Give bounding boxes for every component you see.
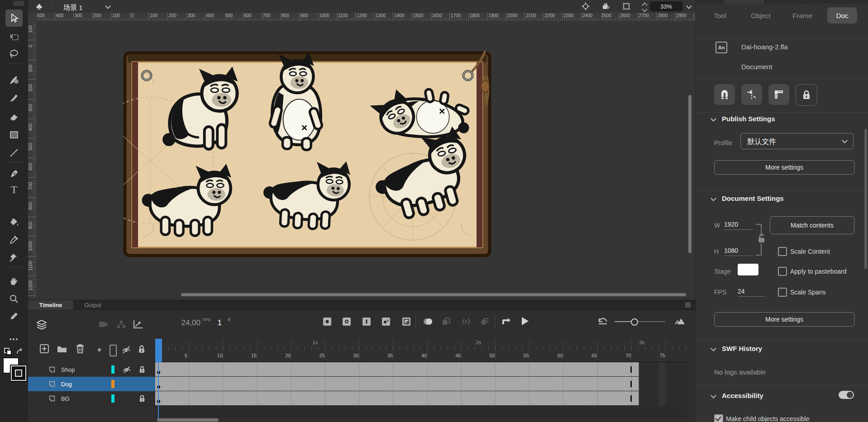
pencil-tool-icon[interactable] [5,308,23,325]
reset-timeline-zoom-icon[interactable] [597,317,608,326]
accessibility-toggle[interactable] [839,391,854,399]
make-child-accessible-checkbox[interactable] [714,414,723,422]
publish-more-settings-button[interactable]: More settings [714,160,854,175]
tab-timeline[interactable]: Timeline [28,300,73,310]
height-field[interactable]: 1080 [724,247,753,256]
tab-tool[interactable]: Tool [706,7,734,24]
outline-column-icon[interactable] [110,345,117,356]
fps-field[interactable]: 24 [738,288,765,297]
zoom-stepper[interactable] [642,2,647,11]
lock-column-icon[interactable] [138,345,145,354]
asset-warp-pin-tool-icon[interactable] [5,249,23,266]
layer-stack-icon[interactable] [36,320,47,330]
document-settings-header[interactable]: Document Settings [711,194,784,202]
layer-row[interactable]: Shop [28,362,155,377]
scale-content-checkbox[interactable] [778,247,787,256]
auto-keyframe-icon[interactable]: A [382,318,390,326]
layer-parenting-icon[interactable] [117,321,125,328]
paint-bucket-tool-icon[interactable] [5,213,23,231]
remove-frames-icon[interactable] [402,318,410,326]
zoom-level-field[interactable]: 33% [650,1,682,11]
canvas-vertical-scrollbar[interactable] [688,95,692,253]
add-layer-icon[interactable] [40,344,49,353]
onion-skin-icon[interactable] [423,317,434,326]
tab-doc[interactable]: Doc [827,7,857,24]
text-tool-icon[interactable]: T [5,181,23,198]
rectangle-tool-icon[interactable] [5,126,23,143]
add-folder-icon[interactable] [57,345,67,353]
snap-align-icon[interactable] [741,84,762,105]
zoom-tool-icon[interactable] [5,290,23,308]
layer-hidden-eye-icon[interactable] [122,365,131,375]
swap-colors-icon[interactable] [15,347,24,356]
loop-icon[interactable] [501,317,511,326]
layer-row[interactable]: BG [28,391,155,406]
panel-menu-icon[interactable] [685,302,691,308]
stage-canvas[interactable] [36,21,696,298]
frame-span[interactable] [155,362,639,376]
delete-layer-icon[interactable] [76,344,84,354]
eraser-tool-icon[interactable] [5,108,23,125]
stage-color-swatch[interactable] [738,264,758,275]
layer-lock-icon[interactable] [139,394,145,404]
insert-keyframe-icon[interactable] [323,318,331,326]
layer-name[interactable]: BG [61,395,70,402]
tab-object[interactable]: Object [744,7,777,24]
layer-color-swatch[interactable] [111,365,114,374]
layer-row[interactable]: Dog [28,377,155,392]
frame-span[interactable] [155,391,639,405]
hand-tool-icon[interactable] [5,273,23,290]
zoom-chevron-down-icon[interactable] [686,3,692,9]
layer-frames-row[interactable] [155,377,687,392]
show-hide-column-icon[interactable] [121,345,131,354]
fps-value[interactable]: 24,00 [162,318,200,327]
canvas-horizontal-scrollbar[interactable] [181,293,686,296]
rotate-hand-icon[interactable] [601,2,610,11]
stroke-color-swatch[interactable] [11,365,26,381]
pen-tool-icon[interactable] [5,166,23,183]
timeline-zoom-slider-track[interactable] [615,321,665,322]
doc-more-settings-button[interactable]: More settings [714,312,854,327]
scene-chevron-down-icon[interactable] [105,3,111,9]
play-icon[interactable] [520,316,529,326]
current-frame-value[interactable]: 1 [213,318,222,327]
swf-history-header[interactable]: SWF History [711,345,762,352]
frames-grid[interactable]: 1s2s3s 51015202530354045505560657075 [155,339,687,422]
more-tools-icon[interactable]: ••• [5,335,23,344]
tab-output[interactable]: Output [73,300,112,310]
link-wh-icon[interactable] [755,223,770,257]
scene-breadcrumb[interactable]: 场景 1 [63,2,83,12]
properties-scrollbar[interactable] [864,129,867,269]
classic-brush-tool-icon[interactable] [5,90,23,107]
line-tool-icon[interactable] [5,144,23,161]
span-toggle-icon[interactable] [480,317,489,326]
match-contents-button[interactable]: Match contents [770,216,854,234]
layer-name[interactable]: Shop [61,366,75,373]
layer-name[interactable]: Dog [61,381,72,388]
lock-toggle-icon[interactable] [796,84,817,106]
playhead[interactable] [155,339,162,362]
scale-spans-checkbox[interactable] [778,288,787,297]
tab-frame[interactable]: Frame [787,7,818,24]
highlight-column-icon[interactable] [98,348,101,351]
layer-lock-icon[interactable] [139,365,145,375]
layer-color-swatch[interactable] [111,380,114,388]
timeline-zoom-slider-knob[interactable] [631,318,638,326]
frame-span[interactable] [155,377,639,391]
modify-markers-icon[interactable] [462,317,471,326]
clip-content-icon[interactable] [622,2,631,11]
fluid-brush-tool-icon[interactable] [5,71,23,89]
insert-frame-icon[interactable] [362,318,371,326]
eyedropper-tool-icon[interactable] [5,231,23,248]
accessibility-header[interactable]: Accessibility [711,392,763,399]
snap-magnet-icon[interactable] [714,84,735,105]
width-field[interactable]: 1920 [724,221,753,230]
lasso-tool-icon[interactable] [5,45,23,62]
apply-to-pasteboard-checkbox[interactable] [778,267,787,276]
layer-frames-row[interactable] [155,391,687,406]
layer-color-swatch[interactable] [111,394,114,403]
camera-icon[interactable] [99,321,108,328]
graph-editor-icon[interactable] [133,320,143,329]
insert-blank-keyframe-icon[interactable] [343,318,351,326]
publish-settings-header[interactable]: Publish Settings [711,115,775,123]
